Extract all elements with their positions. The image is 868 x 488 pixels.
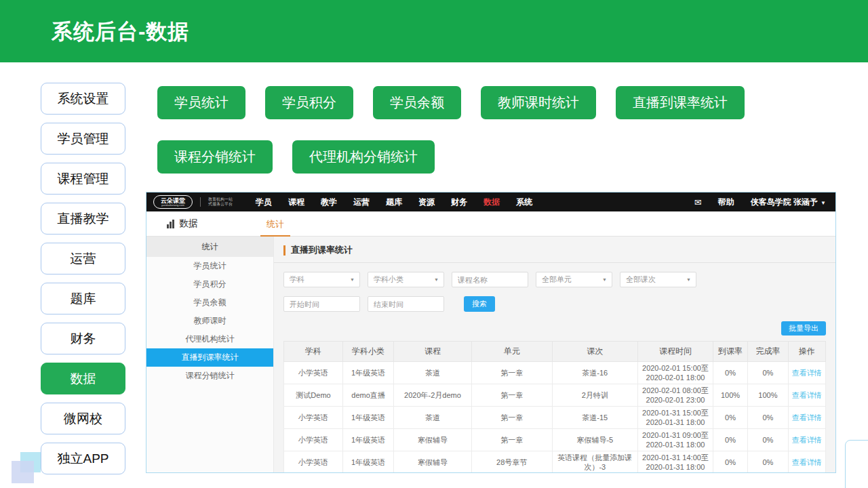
table-cell: 2020-01-31 14:00至2020-01-31 18:00 (638, 451, 713, 474)
view-details-link[interactable]: 查看详情 (792, 413, 822, 422)
quick-button-直播到课率统计[interactable]: 直播到课率统计 (616, 86, 745, 119)
panel-sub-sidebar: 统计 学员统计学员积分学员余额教师课时代理机构统计直播到课率统计课程分销统计 (146, 237, 274, 473)
panel-nav-menu: 学员课程教学运营题库资源财务数据系统 (248, 192, 540, 211)
chevron-down-icon: ▼ (602, 277, 607, 282)
quick-buttons-row1: 学员统计学员积分学员余额教师课时统计直播到课率统计 (157, 86, 745, 119)
view-details-link[interactable]: 查看详情 (792, 391, 822, 399)
unit-select[interactable]: 全部单元 ▼ (536, 272, 612, 287)
sub-sidebar-item-直播到课率统计[interactable]: 直播到课率统计 (146, 348, 273, 367)
table-cell: 测试Demo (284, 384, 343, 407)
table-cell-action: 查看详情 (788, 362, 825, 384)
quick-button-教师课时统计[interactable]: 教师课时统计 (481, 86, 596, 119)
page-header: 系统后台-数据 (0, 0, 868, 62)
sub-sidebar-item-学员余额[interactable]: 学员余额 (146, 293, 273, 312)
envelope-icon[interactable]: ✉ (694, 197, 702, 207)
section-title: 直播到课率统计 (291, 244, 353, 256)
sub-sidebar-item-课程分销统计[interactable]: 课程分销统计 (146, 367, 273, 385)
table-cell: 茶道 (394, 362, 472, 384)
quick-button-学员积分[interactable]: 学员积分 (265, 86, 353, 119)
main-sidebar: 系统设置学员管理课程管理直播教学运营题库财务数据微网校独立APP (41, 83, 125, 483)
table-cell-action: 查看详情 (788, 384, 825, 407)
brand-logo[interactable]: 云朵课堂 yunduoketang.com 教育机构一站 式服务云平台 (153, 195, 233, 209)
table-row: 测试Demodemo直播2020年-2月demo第一章2月特训2020-02-0… (284, 384, 826, 407)
table-cell: 寒假辅导-5 (552, 429, 638, 451)
end-time-input[interactable] (368, 296, 444, 312)
search-button[interactable]: 搜索 (464, 296, 495, 312)
quick-buttons-row2: 课程分销统计代理机构分销统计 (157, 140, 745, 174)
quick-button-学员余额[interactable]: 学员余额 (373, 86, 461, 119)
subject-select[interactable]: 学科 ▼ (283, 272, 360, 287)
table-cell: 茶道-16 (552, 362, 638, 384)
sidebar-item-学员管理[interactable]: 学员管理 (41, 123, 125, 155)
quick-button-课程分销统计[interactable]: 课程分销统计 (157, 140, 273, 174)
table-cell: 1年级英语 (343, 407, 394, 429)
quick-button-学员统计[interactable]: 学员统计 (157, 86, 245, 119)
batch-export-button[interactable]: 批量导出 (781, 321, 826, 336)
table-cell: 100% (713, 384, 747, 407)
sub-sidebar-item-教师课时[interactable]: 教师课时 (146, 312, 273, 330)
table-row: 小学英语1年级英语寒假辅导第一章寒假辅导-52020-01-31 09:00至2… (284, 429, 826, 451)
nav-item-财务[interactable]: 财务 (443, 192, 475, 211)
nav-item-课程[interactable]: 课程 (280, 192, 313, 211)
table-cell: 1年级英语 (343, 362, 394, 384)
lesson-select[interactable]: 全部课次 ▼ (620, 272, 696, 287)
sidebar-item-微网校[interactable]: 微网校 (41, 403, 125, 434)
cloud-logo-icon: 云朵课堂 yunduoketang.com (153, 195, 193, 209)
help-link[interactable]: 帮助 (718, 197, 734, 208)
section-title-row: 直播到课率统计 (283, 244, 826, 256)
logo-tagline: 教育机构一站 式服务云平台 (208, 197, 233, 207)
sub-sidebar-item-学员积分[interactable]: 学员积分 (146, 275, 273, 293)
table-cell: 100% (748, 384, 788, 407)
table-cell: 0% (713, 451, 747, 474)
sidebar-item-运营[interactable]: 运营 (41, 243, 125, 274)
bar-chart-icon (167, 220, 174, 228)
user-menu[interactable]: 侠客岛学院 张涵予▼ (751, 197, 826, 208)
nav-item-资源[interactable]: 资源 (410, 192, 443, 211)
panel-body: 统计 学员统计学员积分学员余额教师课时代理机构统计直播到课率统计课程分销统计 直… (146, 237, 835, 473)
table-cell: 第一章 (471, 362, 552, 384)
nav-item-题库[interactable]: 题库 (378, 192, 410, 211)
sidebar-item-数据[interactable]: 数据 (41, 363, 125, 394)
table-row: 小学英语1年级英语寒假辅导28号章节英语课程（批量添加课次）-32020-01-… (284, 451, 826, 474)
sub-sidebar-item-代理机构统计[interactable]: 代理机构统计 (146, 330, 273, 348)
sidebar-item-直播教学[interactable]: 直播教学 (41, 203, 125, 235)
course-name-input[interactable] (452, 272, 528, 287)
table-cell: 茶道-15 (552, 407, 638, 429)
table-cell: 小学英语 (284, 429, 343, 451)
table-cell: 寒假辅导 (394, 429, 472, 451)
sub-sidebar-item-学员统计[interactable]: 学员统计 (146, 257, 273, 275)
table-cell: 2020-02-01 08:00至2020-02-01 23:00 (638, 384, 713, 407)
subcategory-select[interactable]: 学科小类 ▼ (368, 272, 444, 287)
nav-item-教学[interactable]: 教学 (313, 192, 345, 211)
sidebar-item-财务[interactable]: 财务 (41, 323, 125, 354)
start-time-input[interactable] (283, 296, 360, 312)
table-cell: 28号章节 (471, 451, 552, 474)
chevron-down-icon: ▼ (821, 200, 826, 206)
quick-button-代理机构分销统计[interactable]: 代理机构分销统计 (292, 140, 435, 174)
nav-item-运营[interactable]: 运营 (345, 192, 378, 211)
view-details-link[interactable]: 查看详情 (792, 436, 822, 444)
table-cell: 0% (713, 429, 747, 451)
table-row: 小学英语1年级英语茶道第一章茶道-162020-02-01 15:00至2020… (284, 362, 826, 384)
table-cell: 第一章 (471, 384, 552, 407)
title-accent-bar (283, 245, 285, 256)
attendance-table: 学科学科小类课程单元课次课程时间到课率完成率操作 小学英语1年级英语茶道第一章茶… (283, 341, 826, 473)
view-details-link[interactable]: 查看详情 (792, 458, 822, 466)
tab-statistics[interactable]: 统计 (260, 211, 290, 237)
view-details-link[interactable]: 查看详情 (792, 369, 822, 377)
table-cell: 寒假辅导 (394, 451, 472, 474)
table-cell: 0% (713, 362, 747, 384)
filter-row-2: 搜索 (283, 296, 826, 312)
panel-top-nav: 云朵课堂 yunduoketang.com 教育机构一站 式服务云平台 学员课程… (146, 192, 835, 211)
nav-item-学员[interactable]: 学员 (248, 192, 280, 211)
table-cell: 第一章 (471, 407, 552, 429)
sidebar-item-系统设置[interactable]: 系统设置 (41, 83, 125, 115)
logo-domain: yunduoketang.com (161, 204, 184, 207)
sidebar-item-独立APP[interactable]: 独立APP (41, 443, 125, 474)
sidebar-item-课程管理[interactable]: 课程管理 (41, 163, 125, 195)
table-cell: 第一章 (471, 429, 552, 451)
sidebar-item-题库[interactable]: 题库 (41, 283, 125, 314)
nav-item-系统[interactable]: 系统 (508, 192, 540, 211)
table-cell: 0% (748, 429, 788, 451)
nav-item-数据[interactable]: 数据 (475, 192, 508, 211)
